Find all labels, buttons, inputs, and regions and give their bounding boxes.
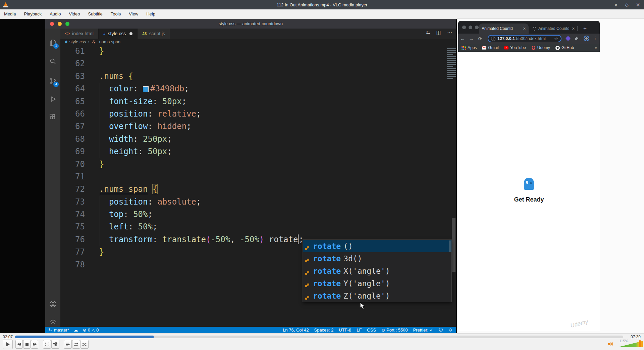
code-line-61[interactable]: 61} <box>60 45 456 57</box>
suggestion-rotatex-angle-[interactable]: rotateX('angle') <box>303 265 451 277</box>
breadcrumb-file[interactable]: style.css <box>69 39 86 44</box>
indentation[interactable]: Spaces: 2 <box>314 327 333 333</box>
suggestion-rotatez-angle-[interactable]: rotateZ('angle') <box>303 290 451 302</box>
encoding[interactable]: UTF-8 <box>339 327 351 333</box>
code-line-71[interactable]: 71 <box>60 171 456 183</box>
code-token: ) <box>259 235 264 244</box>
address-bar[interactable]: i 127.0.0.1:5500/index.html ☆ <box>488 35 561 42</box>
code-line-62[interactable]: 62 <box>60 57 456 70</box>
suggestion-rotatey-angle-[interactable]: rotateY('angle') <box>303 277 451 290</box>
code-line-69[interactable]: 69 height: 50px; <box>60 145 456 158</box>
account-icon[interactable] <box>45 297 60 311</box>
new-tab-button[interactable]: + <box>581 25 589 33</box>
editor-scrollbar[interactable] <box>452 218 455 272</box>
code-line-74[interactable]: 74 top: 50%; <box>60 208 456 221</box>
tab-script-js[interactable]: JS script.js <box>138 29 170 39</box>
vlc-menu-view[interactable]: View <box>129 11 138 16</box>
site-info-icon[interactable]: i <box>491 37 495 41</box>
prettier-item[interactable]: Prettier: ✓ <box>413 327 433 333</box>
explorer-icon[interactable]: 1 <box>45 36 60 49</box>
chrome-tab-active[interactable]: Animated Countd ✕ <box>479 24 529 34</box>
extensions-icon[interactable] <box>45 111 60 124</box>
loop-button[interactable] <box>72 340 80 349</box>
chrome-menu-icon[interactable]: ⋮ <box>593 36 597 41</box>
eol[interactable]: LF <box>357 327 362 333</box>
vlc-menu-audio[interactable]: Audio <box>50 11 61 16</box>
extended-settings-button[interactable] <box>51 340 59 349</box>
back-icon[interactable]: ← <box>458 36 467 41</box>
more-actions-icon[interactable]: ⋯ <box>447 30 452 36</box>
bookmark-gmail[interactable]: Gmail <box>482 45 498 50</box>
search-icon[interactable] <box>45 55 60 68</box>
git-branch-item[interactable]: master* <box>49 327 69 333</box>
vlc-menu-help[interactable]: Help <box>146 11 155 16</box>
bookmark-udemy[interactable]: Udemy <box>531 45 550 50</box>
seek-bar[interactable] <box>15 336 623 338</box>
feedback-icon[interactable] <box>439 327 443 333</box>
maximize-button[interactable]: ◇ <box>625 2 629 7</box>
notifications-bell-icon[interactable] <box>448 327 453 333</box>
tab-close-icon[interactable]: ✕ <box>523 27 526 31</box>
suggestion-rotate-[interactable]: rotate() <box>303 240 451 252</box>
language-mode[interactable]: CSS <box>367 327 376 333</box>
video-frame[interactable]: style.css — animated-countdown 1 3 <box>0 19 644 333</box>
code-line-73[interactable]: 73 position: absolute; <box>60 196 456 208</box>
code-line-64[interactable]: 64 color: #3498db; <box>60 83 456 95</box>
code-line-67[interactable]: 67 overflow: hidden; <box>60 120 456 133</box>
code-line-66[interactable]: 66 position: relative; <box>60 108 456 120</box>
bookmark-star-icon[interactable]: ☆ <box>554 36 558 41</box>
minimap[interactable] <box>445 47 456 118</box>
vlc-menu-tools[interactable]: Tools <box>111 11 121 16</box>
vlc-menu-playback[interactable]: Playback <box>24 11 42 16</box>
code-line-68[interactable]: 68 width: 250px; <box>60 133 456 145</box>
bookmark-youtube[interactable]: YouTube <box>504 45 526 50</box>
unsaved-dot-icon[interactable] <box>129 32 132 35</box>
close-button[interactable]: ✕ <box>636 2 640 7</box>
playlist-button[interactable] <box>64 340 72 349</box>
shuffle-button[interactable] <box>80 340 89 349</box>
stop-button[interactable] <box>23 340 31 349</box>
code-line-75[interactable]: 75 left: 50%; <box>60 221 456 233</box>
previous-button[interactable] <box>15 340 23 349</box>
color-swatch[interactable] <box>143 86 149 92</box>
run-debug-icon[interactable] <box>45 92 60 106</box>
tab-index-html[interactable]: <> index.html <box>60 29 99 39</box>
vlc-menu-subtitle[interactable]: Subtitle <box>88 11 102 16</box>
breadcrumb-symbol[interactable]: .nums span <box>98 39 120 44</box>
next-button[interactable] <box>31 340 38 349</box>
profile-avatar[interactable] <box>584 36 589 41</box>
suggestion-rotate3d-[interactable]: rotate3d() <box>303 252 451 265</box>
extension-icon[interactable] <box>566 36 571 41</box>
source-control-badge: 3 <box>53 82 59 87</box>
fullscreen-button[interactable] <box>43 340 51 349</box>
publish-changes-icon[interactable]: ☁ <box>74 327 78 333</box>
volume-speaker-icon[interactable] <box>608 342 614 348</box>
volume-handle[interactable] <box>639 340 641 347</box>
settings-gear-icon[interactable] <box>45 315 60 329</box>
suggestion-rest: () <box>343 242 353 251</box>
tab-close-icon[interactable]: ✕ <box>572 27 575 31</box>
code-line-70[interactable]: 70} <box>60 158 456 171</box>
problems-item[interactable]: ⊗ 0 △ 0 <box>83 327 99 333</box>
vlc-menu-media[interactable]: Media <box>4 11 16 16</box>
bookmarks-overflow-chevron[interactable]: » <box>595 45 597 50</box>
tab-style-css[interactable]: # style.css <box>99 29 138 39</box>
live-server-port[interactable]: ⊘ Port : 5500 <box>381 327 408 333</box>
bookmark-apps[interactable]: Apps <box>462 45 477 50</box>
forward-icon[interactable]: → <box>467 36 476 41</box>
code-line-63[interactable]: 63.nums { <box>60 70 456 83</box>
code-line-65[interactable]: 65 font-size: 50px; <box>60 95 456 108</box>
chrome-tab-inactive[interactable]: Animated Countd ✕ <box>530 24 578 34</box>
code-line-72[interactable]: 72.nums span { <box>60 183 456 195</box>
minimize-button[interactable]: ∨ <box>614 2 618 7</box>
play-button[interactable] <box>3 340 13 349</box>
cursor-position[interactable]: Ln 76, Col 42 <box>283 327 309 333</box>
vlc-menu-video[interactable]: Video <box>69 11 80 16</box>
bookmark-github[interactable]: GitHub <box>555 45 574 50</box>
source-control-icon[interactable]: 3 <box>45 74 60 88</box>
split-editor-icon[interactable]: ◫ <box>436 30 441 36</box>
extensions-puzzle-icon[interactable] <box>574 36 579 42</box>
reload-icon[interactable]: ⟳ <box>476 36 484 41</box>
suggest-scrollbar[interactable] <box>449 240 451 252</box>
compare-changes-icon[interactable]: ⇆ <box>426 30 430 36</box>
